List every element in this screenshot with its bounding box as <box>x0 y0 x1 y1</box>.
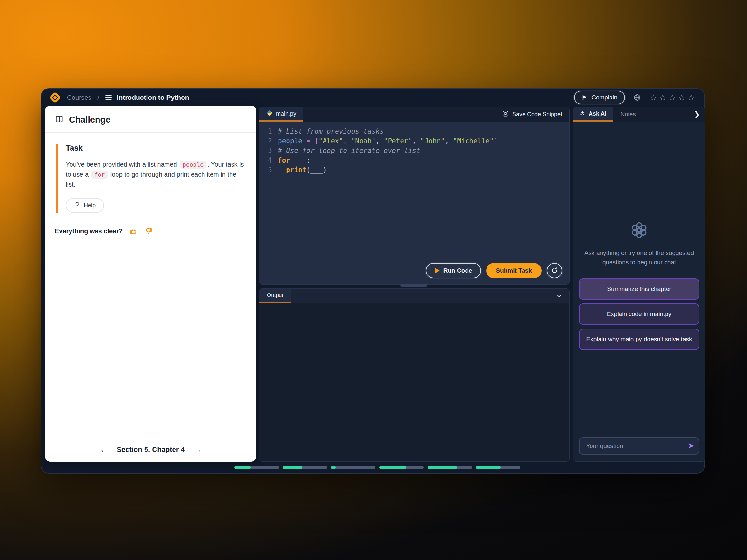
code-editor-panel: main.py Save Code Snippet 1# List from p… <box>259 107 570 285</box>
suggestion-button[interactable]: Explain code in main.py <box>579 303 699 325</box>
progress-segment <box>428 466 472 469</box>
collapse-panel-chevron-icon[interactable]: ❯ <box>694 110 705 119</box>
output-panel: Output <box>259 288 570 461</box>
divider <box>45 132 256 133</box>
language-globe-icon[interactable] <box>633 94 641 101</box>
ai-sparkle-icon <box>579 110 585 117</box>
challenge-panel: Challenge Task You've been provided with… <box>45 106 256 461</box>
progress-segment <box>283 466 327 469</box>
lightbulb-icon <box>74 202 80 210</box>
run-code-button[interactable]: Run Code <box>426 263 481 278</box>
code-line[interactable]: 1# List from previous tasks <box>259 127 569 136</box>
python-icon <box>266 110 273 118</box>
rating-star-icon[interactable]: ☆ <box>659 93 667 102</box>
tab-output[interactable]: Output <box>259 289 291 303</box>
challenge-title: Challenge <box>69 115 110 125</box>
send-question-icon[interactable]: ➤ <box>688 441 694 450</box>
suggestion-button[interactable]: Explain why main.py doesn't solve task <box>579 328 699 350</box>
editor-output-resize-handle[interactable] <box>400 284 427 287</box>
breadcrumb-courses[interactable]: Courses <box>67 94 92 101</box>
tab-ask-ai[interactable]: Ask AI <box>573 107 613 122</box>
prev-chapter-button[interactable]: ← <box>100 445 108 454</box>
save-snippet-icon <box>502 110 509 119</box>
thumbs-down-icon[interactable] <box>145 227 152 235</box>
rating-star-icon[interactable]: ☆ <box>668 93 676 102</box>
play-icon <box>435 268 439 273</box>
code-line[interactable]: 4for ___: <box>259 156 569 165</box>
line-number: 5 <box>259 165 272 175</box>
line-number: 4 <box>259 156 272 165</box>
app-window: Courses / Introduction to Python Complai… <box>41 88 705 474</box>
ai-suggestions: Summarize this chapterExplain code in ma… <box>573 278 705 350</box>
brand-logo-icon[interactable] <box>49 92 61 104</box>
course-progress-bar <box>234 466 520 469</box>
ai-empty-text-line1: Ask anything or try one of the suggested <box>573 248 705 258</box>
task-heading: Task <box>66 143 247 153</box>
ai-empty-state: Ask anything or try one of the suggested… <box>573 222 705 267</box>
inline-code-chip: people <box>180 161 206 169</box>
breadcrumb-separator: / <box>97 93 100 102</box>
inline-code-chip: for <box>92 170 108 179</box>
reset-code-button[interactable] <box>547 263 562 278</box>
output-tab-bar: Output <box>259 289 569 303</box>
line-number: 1 <box>259 127 272 136</box>
next-chapter-button[interactable]: → <box>193 445 202 454</box>
openai-logo-icon <box>631 222 647 240</box>
book-icon <box>55 114 64 125</box>
top-bar: Courses / Introduction to Python Complai… <box>41 89 704 106</box>
rating-star-icon[interactable]: ☆ <box>678 93 685 102</box>
task-description: You've been provided with a list named p… <box>66 160 247 190</box>
code-line[interactable]: 2people = ["Alex", "Noah", "Peter", "Joh… <box>259 136 569 146</box>
progress-segment <box>379 466 424 469</box>
code-area[interactable]: 1# List from previous tasks2people = ["A… <box>259 122 569 175</box>
ai-tab-bar: Ask AI Notes ❯ <box>573 107 705 122</box>
line-number: 3 <box>259 146 272 156</box>
code-line[interactable]: 3# Use for loop to iterate over list <box>259 146 569 156</box>
suggestion-button[interactable]: Summarize this chapter <box>579 278 699 300</box>
progress-segment <box>331 466 376 469</box>
ai-empty-text-line2: questions to begin our chat <box>573 258 705 267</box>
section-chapter-label: Section 5. Chapter 4 <box>117 446 185 454</box>
progress-segment <box>234 466 279 469</box>
ai-question-input[interactable] <box>579 437 699 455</box>
complain-flag-icon <box>582 94 588 101</box>
tab-main-py[interactable]: main.py <box>259 107 303 122</box>
thumbs-up-icon[interactable] <box>130 227 137 235</box>
rating-star-icon[interactable]: ☆ <box>649 93 657 102</box>
course-menu-icon[interactable] <box>105 95 112 101</box>
tab-notes[interactable]: Notes <box>613 107 643 122</box>
editor-tab-bar: main.py Save Code Snippet <box>259 107 569 122</box>
save-code-snippet-button[interactable]: Save Code Snippet <box>502 110 569 119</box>
submit-task-button[interactable]: Submit Task <box>486 263 542 278</box>
rating-stars: ☆☆☆☆☆ <box>649 93 695 102</box>
help-button[interactable]: Help <box>66 198 104 213</box>
code-line[interactable]: 5 print(___) <box>259 165 569 175</box>
collapse-output-chevron-icon[interactable] <box>556 293 569 300</box>
refresh-icon <box>550 266 558 275</box>
complain-button[interactable]: Complain <box>574 91 625 104</box>
progress-segment <box>476 466 520 469</box>
task-block: Task You've been provided with a list na… <box>56 143 247 213</box>
ask-ai-panel: Ask AI Notes ❯ Ask anyt <box>573 107 705 461</box>
rating-star-icon[interactable]: ☆ <box>688 93 695 102</box>
course-title: Introduction to Python <box>117 94 189 101</box>
feedback-question: Everything was clear? <box>55 228 123 235</box>
line-number: 2 <box>259 136 272 146</box>
